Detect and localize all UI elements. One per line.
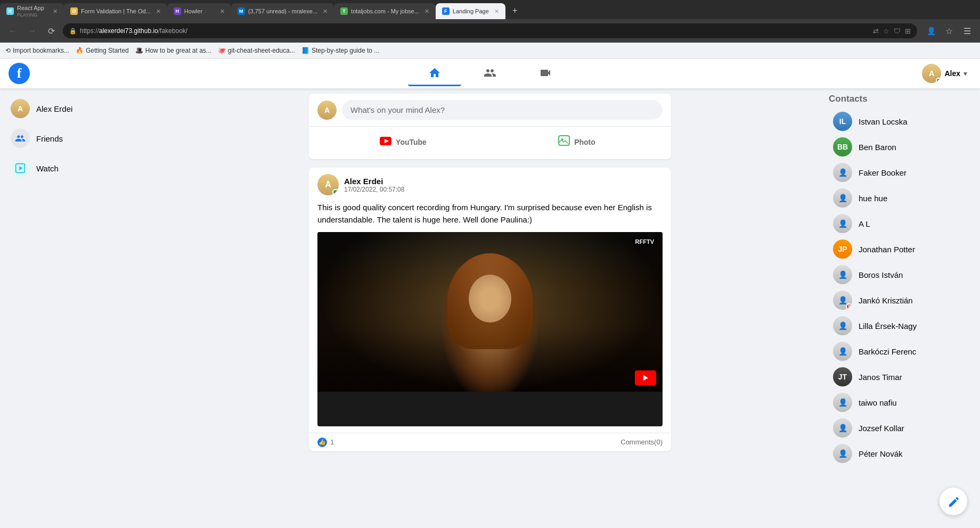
video-icon — [539, 67, 552, 79]
tab-email[interactable]: M (3,757 unread) - mralexe... ✕ — [231, 3, 334, 19]
contact-item[interactable]: 👤 hue hue — [829, 185, 971, 211]
chevron-down-icon: ▾ — [963, 69, 967, 78]
bookmark-label: Step-by-step guide to ... — [312, 47, 379, 54]
contact-item[interactable]: 👤 Péter Novák — [829, 441, 971, 466]
bookmark-favicon: 🔥 — [76, 47, 84, 54]
tab-close-icon[interactable]: ✕ — [156, 8, 161, 15]
forward-button[interactable]: → — [24, 23, 39, 38]
tab-close-icon[interactable]: ✕ — [424, 8, 429, 15]
sidebar-watch-label: Watch — [36, 164, 59, 173]
contact-name: Istvan Locska — [859, 117, 908, 126]
star-icon[interactable]: ☆ — [883, 27, 889, 35]
tab-close-icon[interactable]: ✕ — [323, 8, 328, 15]
tab-title: totaljobs.com - My jobse... — [351, 8, 419, 14]
tab-close-icon[interactable]: ✕ — [494, 8, 499, 15]
tab-totaljobs[interactable]: T totaljobs.com - My jobse... ✕ — [334, 3, 436, 19]
bookmark-label: git-cheat-sheet-educa... — [228, 47, 295, 54]
create-post-photo[interactable]: Photo — [491, 131, 663, 153]
tab-howler[interactable]: H Howler ✕ — [167, 3, 231, 19]
nav-friends[interactable] — [463, 61, 517, 86]
sidebar-item-watch[interactable]: Watch — [4, 153, 156, 183]
nav-home[interactable] — [408, 61, 461, 86]
address-bar[interactable]: 🔒 https://alexerdei73.github.io/fakebook… — [63, 23, 917, 38]
bookmark-favicon: 📘 — [301, 47, 309, 54]
contact-item[interactable]: 👤 Boros István — [829, 262, 971, 287]
create-post-input[interactable]: What's on your mind Alex? — [342, 100, 663, 120]
sidebar-user-avatar: A — [11, 99, 30, 118]
create-post-divider — [309, 126, 671, 127]
contact-name: Jozsef Kollar — [859, 424, 904, 433]
menu-icon[interactable]: ☰ — [960, 23, 975, 38]
contact-avatar: 👤 — [833, 418, 852, 438]
contact-item[interactable]: 👤 ✕ Jankó Krisztián — [829, 287, 971, 313]
sidebar-item-friends[interactable]: Friends — [4, 123, 156, 153]
create-post-card: A What's on your mind Alex? — [309, 94, 671, 159]
contact-item[interactable]: 👤 A L — [829, 211, 971, 236]
compose-message-button[interactable] — [940, 488, 967, 515]
reaction-count: 1 — [330, 438, 334, 446]
bookmark-git[interactable]: 🐙 git-cheat-sheet-educa... — [218, 47, 295, 54]
bookmark-getting-started[interactable]: 🔥 Getting Started — [76, 47, 129, 54]
contact-item[interactable]: IL Istvan Locska — [829, 109, 971, 134]
facebook-app: f A — [0, 59, 980, 528]
contact-item[interactable]: 👤 Faker Booker — [829, 160, 971, 185]
refresh-button[interactable]: ⟳ — [44, 23, 59, 38]
bookmark-stepbystep[interactable]: 📘 Step-by-step guide to ... — [301, 47, 379, 54]
tab-favicon: M — [238, 7, 245, 15]
tab-favicon: F — [442, 7, 450, 15]
new-tab-button[interactable]: + — [508, 3, 522, 18]
bookmark-star-icon[interactable]: ☆ — [942, 23, 957, 38]
contact-name: Boros István — [859, 270, 903, 279]
contact-item[interactable]: JP Jonathan Potter — [829, 236, 971, 262]
contact-avatar: 👤 — [833, 316, 852, 335]
bookmark-how-to[interactable]: 🎩 How to be great at as... — [135, 47, 211, 54]
contact-name: hue hue — [859, 194, 887, 203]
contact-item[interactable]: 👤 Lilla Érsek-Nagy — [829, 313, 971, 339]
svg-marker-1 — [19, 166, 22, 170]
create-post-top: A What's on your mind Alex? — [317, 100, 663, 120]
browser-toolbar: ← → ⟳ 🔒 https://alexerdei73.github.io/fa… — [0, 19, 980, 43]
user-profile-icon[interactable]: 👤 — [924, 23, 938, 38]
shield-icon[interactable]: 🛡 — [894, 27, 901, 35]
back-button[interactable]: ← — [5, 23, 20, 38]
contact-avatar: 👤 — [833, 188, 852, 208]
comments-label[interactable]: Comments(0) — [620, 438, 663, 446]
tab-close-icon[interactable]: ✕ — [220, 8, 225, 15]
compose-icon — [948, 496, 959, 507]
user-avatar: A — [922, 64, 941, 83]
user-menu-button[interactable]: A Alex ▾ — [918, 62, 971, 85]
create-post-youtube[interactable]: YouTube — [317, 131, 489, 153]
home-icon — [428, 67, 441, 79]
contact-item[interactable]: 👤 taiwo nafiu — [829, 390, 971, 415]
contact-item[interactable]: JT Janos Timar — [829, 364, 971, 390]
contact-avatar: 👤 ✕ — [833, 291, 852, 310]
nav-watch[interactable] — [519, 61, 572, 86]
contact-name: Péter Novák — [859, 449, 903, 458]
sidebar-item-alex[interactable]: A Alex Erdei — [4, 94, 156, 123]
bookmark-label: How to be great at as... — [145, 47, 211, 54]
contact-item[interactable]: 👤 Barkóczi Ferenc — [829, 339, 971, 364]
reactions-count: 👍 1 — [317, 438, 334, 447]
contact-item[interactable]: 👤 Jozsef Kollar — [829, 415, 971, 441]
video-play-button[interactable] — [635, 370, 656, 385]
extensions-icon[interactable]: ⊞ — [905, 27, 911, 35]
busy-status-icon: ✕ — [846, 303, 852, 310]
translate-icon[interactable]: ⇄ — [873, 27, 879, 35]
tab-react-app[interactable]: R React AppPLAYING ✕ — [0, 3, 64, 19]
tab-form-validation[interactable]: O Form Validation | The Od... ✕ — [64, 3, 167, 19]
sidebar-user-name: Alex Erdei — [36, 104, 72, 113]
lock-icon: 🔒 — [69, 28, 77, 35]
play-icon — [642, 374, 649, 382]
sidebar-friends-label: Friends — [36, 134, 63, 143]
bookmark-import[interactable]: ⟲ Import bookmarks... — [5, 47, 69, 54]
contact-item[interactable]: BB Ben Baron — [829, 134, 971, 160]
like-reaction-icon: 👍 — [317, 438, 327, 447]
tab-landing-page[interactable]: F Landing Page ✕ — [436, 3, 505, 19]
fb-header-right: A Alex ▾ — [918, 62, 971, 85]
fb-logo[interactable]: f — [9, 63, 30, 84]
tab-close-icon[interactable]: ✕ — [53, 8, 58, 15]
fb-header-left: f — [9, 63, 30, 84]
contact-avatar: JT — [833, 367, 852, 386]
post-avatar: A — [317, 174, 339, 195]
post-video-thumbnail[interactable]: RFFTV — [317, 232, 663, 426]
